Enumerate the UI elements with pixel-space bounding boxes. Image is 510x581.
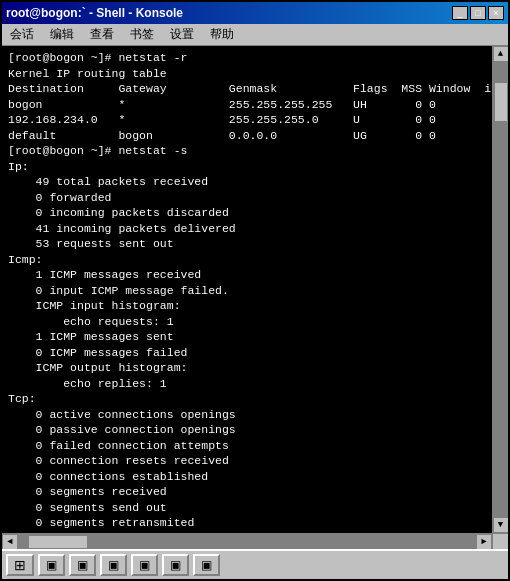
scroll-track-vertical[interactable]: [493, 62, 508, 517]
vertical-scrollbar[interactable]: ▲ ▼: [492, 46, 508, 533]
scroll-track-horizontal[interactable]: [18, 534, 476, 549]
taskbar-start[interactable]: ⊞: [6, 554, 34, 576]
minimize-button[interactable]: _: [452, 6, 468, 20]
horizontal-scrollbar-row: ◄ ►: [2, 533, 508, 549]
taskbar-app-1[interactable]: ▣: [38, 554, 65, 576]
window-title: root@bogon:` - Shell - Konsole: [6, 6, 183, 20]
taskbar-app-4[interactable]: ▣: [131, 554, 158, 576]
scrollbar-corner: [492, 533, 508, 549]
scroll-left-button[interactable]: ◄: [2, 534, 18, 550]
taskbar: ⊞ ▣ ▣ ▣ ▣ ▣ ▣: [2, 549, 508, 579]
taskbar-app-6[interactable]: ▣: [193, 554, 220, 576]
close-button[interactable]: ×: [488, 6, 504, 20]
menu-view[interactable]: 查看: [86, 25, 118, 44]
taskbar-app-3[interactable]: ▣: [100, 554, 127, 576]
main-window: root@bogon:` - Shell - Konsole _ □ × 会话 …: [0, 0, 510, 581]
scroll-thumb-vertical[interactable]: [494, 82, 508, 122]
taskbar-app-5[interactable]: ▣: [162, 554, 189, 576]
maximize-button[interactable]: □: [470, 6, 486, 20]
menu-bar: 会话 编辑 查看 书签 设置 帮助: [2, 24, 508, 46]
menu-help[interactable]: 帮助: [206, 25, 238, 44]
scroll-down-button[interactable]: ▼: [493, 517, 509, 533]
taskbar-app-2[interactable]: ▣: [69, 554, 96, 576]
scroll-right-button[interactable]: ►: [476, 534, 492, 550]
terminal-output[interactable]: [root@bogon ~]# netstat -r Kernel IP rou…: [2, 46, 492, 533]
horizontal-scrollbar[interactable]: ◄ ►: [2, 533, 492, 549]
menu-edit[interactable]: 编辑: [46, 25, 78, 44]
window-controls: _ □ ×: [452, 6, 504, 20]
menu-settings[interactable]: 设置: [166, 25, 198, 44]
title-bar: root@bogon:` - Shell - Konsole _ □ ×: [2, 2, 508, 24]
menu-session[interactable]: 会话: [6, 25, 38, 44]
terminal-wrapper: [root@bogon ~]# netstat -r Kernel IP rou…: [2, 46, 508, 533]
scroll-thumb-horizontal[interactable]: [28, 535, 88, 549]
menu-bookmarks[interactable]: 书签: [126, 25, 158, 44]
scroll-up-button[interactable]: ▲: [493, 46, 509, 62]
